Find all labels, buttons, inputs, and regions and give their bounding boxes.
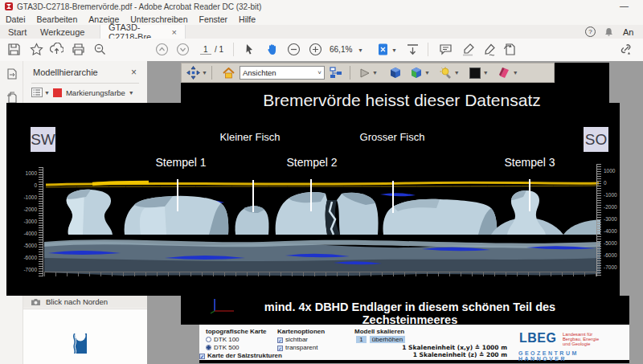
- map-options-header: Kartenoptionen: [277, 328, 325, 335]
- marker-kleiner-fisch: [252, 180, 254, 212]
- tab-werkzeuge[interactable]: Werkzeuge: [32, 25, 92, 39]
- salt-map-checkbox[interactable]: ✓: [199, 354, 205, 359]
- stamp-tool-icon[interactable]: [503, 43, 517, 56]
- radio-dtk500-circle[interactable]: [206, 345, 211, 350]
- menu-bar: Datei Bearbeiten Anzeige Unterschreiben …: [0, 13, 643, 25]
- zoom-in-icon[interactable]: [309, 43, 322, 56]
- map-controls-panel: topografische Karte DTK 100 DTK 500 ✓Kar…: [199, 325, 629, 360]
- play-animation-icon[interactable]: [359, 67, 371, 79]
- acrobat-window: GTA3D-C2718-Bremervörde.pdf - Adobe Acro…: [0, 0, 643, 364]
- views-dropdown[interactable]: Ansichten ˅: [240, 66, 325, 80]
- lighting-caret-icon[interactable]: ▼: [454, 70, 460, 76]
- left-axis-labels: 10000-1000-2000-3000-4000-5000-6000-7000: [16, 167, 37, 276]
- panel-title: Modellhierarchie: [33, 67, 98, 77]
- label-stempel-2: Stempel 2: [268, 156, 356, 169]
- export-pdf-icon[interactable]: [6, 67, 18, 80]
- visible-checkbox-row[interactable]: ✓sichtbar: [277, 336, 308, 343]
- sign-icon[interactable]: [483, 43, 497, 56]
- minimize-button[interactable]: —: [620, 1, 629, 10]
- extra-views-caret-icon[interactable]: ▼: [424, 70, 430, 76]
- marker-stempel-3: [529, 179, 530, 211]
- marker-stempel-2: [310, 179, 312, 211]
- star-icon[interactable]: [30, 43, 43, 56]
- acrobat-app-icon: [5, 2, 13, 10]
- label-grosser-fisch: Grosser Fisch: [348, 131, 436, 143]
- page-count-label: / 1: [215, 45, 223, 54]
- topo-map-header: topografische Karte: [206, 328, 267, 335]
- marker-stempel-1: [177, 179, 178, 211]
- cross-section-caret-icon[interactable]: ▼: [513, 70, 518, 76]
- zoom-out-icon[interactable]: [287, 43, 301, 56]
- hand-tool-icon[interactable]: [265, 43, 279, 56]
- extra-views-icon[interactable]: [410, 67, 423, 79]
- scene-caption: mind. 4x DBHD Endlager in diesem schönen…: [245, 301, 575, 326]
- highlight-icon[interactable]: [461, 43, 475, 56]
- select-tool-icon[interactable]: [243, 43, 256, 56]
- zoom-caret-icon[interactable]: ▼: [358, 47, 363, 53]
- tab-start[interactable]: Start: [0, 25, 35, 39]
- background-color-swatch[interactable]: [469, 67, 481, 79]
- radio-dtk500[interactable]: DTK 500: [206, 344, 240, 351]
- pan-tool-icon[interactable]: [186, 66, 200, 80]
- next-page-icon[interactable]: [176, 43, 190, 56]
- share-file-icon[interactable]: [50, 43, 63, 56]
- salt-map-row[interactable]: ✓Karte der Salzstrukturen: [199, 352, 282, 359]
- menu-bearbeiten[interactable]: Bearbeiten: [37, 14, 78, 24]
- label-stempel-3: Stempel 3: [485, 156, 574, 169]
- pan-caret-icon[interactable]: ▼: [202, 70, 207, 76]
- panel-divider: [31, 83, 139, 84]
- comment-icon[interactable]: [439, 43, 453, 56]
- views-caret-icon: ˅: [317, 69, 322, 76]
- compass-so-label: SO: [584, 127, 608, 152]
- 3d-toolbar: ▼ Ansichten ˅ ▼ ▼ ▼ ▼ ▼: [181, 63, 555, 83]
- previous-page-icon[interactable]: [155, 43, 169, 56]
- visible-checkbox[interactable]: ✓: [277, 337, 283, 343]
- fit-page-icon[interactable]: [376, 43, 390, 56]
- transparent-checkbox-row[interactable]: ✓transparent: [277, 344, 317, 351]
- zoom-level-value[interactable]: 66,1%: [330, 45, 352, 54]
- play-caret-icon[interactable]: ▼: [372, 70, 378, 76]
- menu-datei[interactable]: Datei: [6, 14, 26, 24]
- marker-color-swatch[interactable]: [53, 88, 62, 97]
- exaggerate-button[interactable]: überhöhen: [370, 336, 405, 343]
- home-view-icon[interactable]: [223, 67, 235, 79]
- marker-color-caret-icon[interactable]: ▼: [129, 90, 134, 96]
- unit-xy-label: 1 Skaleneinheit (x,y) ≙ 1000 m: [392, 344, 507, 351]
- radio-dtk100-circle[interactable]: [206, 337, 211, 342]
- fit-page-caret-icon[interactable]: ▼: [391, 47, 397, 53]
- marker-color-row: ▼ Markierungsfarbe ▼: [31, 88, 134, 97]
- search-icon[interactable]: [93, 43, 107, 56]
- fit-width-icon[interactable]: [406, 43, 420, 56]
- sign-in-link[interactable]: An: [615, 25, 641, 39]
- save-icon[interactable]: [7, 43, 21, 56]
- menu-fenster[interactable]: Fenster: [199, 14, 227, 24]
- radio-dtk100[interactable]: DTK 100: [206, 336, 240, 343]
- lighting-icon[interactable]: [440, 67, 453, 80]
- list-options-icon[interactable]: [31, 88, 43, 97]
- model-tree-icon[interactable]: [330, 67, 343, 79]
- panel-preview-area: [23, 309, 148, 364]
- list-caret-icon[interactable]: ▼: [44, 90, 50, 96]
- marker-color-label: Markierungsfarbe: [66, 88, 125, 97]
- camera-icon: [31, 298, 41, 306]
- tab-bar: Start Werkzeuge GTA3D-C2718-Bre... × ? A…: [0, 25, 643, 39]
- render-mode-icon[interactable]: [389, 67, 402, 79]
- marker-grosser-fisch: [392, 181, 394, 213]
- cross-section-icon[interactable]: [498, 67, 511, 79]
- bottom-axis-ruler: [44, 272, 597, 276]
- tab-close-icon[interactable]: ×: [172, 27, 177, 37]
- menu-hilfe[interactable]: Hilfe: [239, 14, 256, 24]
- salt-structure-model[interactable]: [44, 173, 600, 277]
- right-axis-labels: 10000-1000-2000-3000-4000-5000-6000-7000: [604, 165, 625, 273]
- share-link-icon[interactable]: [619, 43, 633, 56]
- lbeg-wave-logo: [69, 331, 88, 354]
- right-axis-ruler: [596, 164, 601, 276]
- panel-close-icon[interactable]: ×: [131, 67, 137, 78]
- view-item-blick-nach-norden[interactable]: Blick nach Norden: [23, 296, 148, 308]
- page-number-input[interactable]: 1: [200, 45, 211, 55]
- transparent-checkbox[interactable]: ✓: [277, 346, 283, 351]
- background-color-caret-icon[interactable]: ▼: [483, 70, 489, 76]
- main-toolbar: 1 / 1 66,1% ▼ ▼: [0, 39, 643, 62]
- print-icon[interactable]: [72, 43, 85, 56]
- scale-value-input[interactable]: 1: [356, 336, 367, 343]
